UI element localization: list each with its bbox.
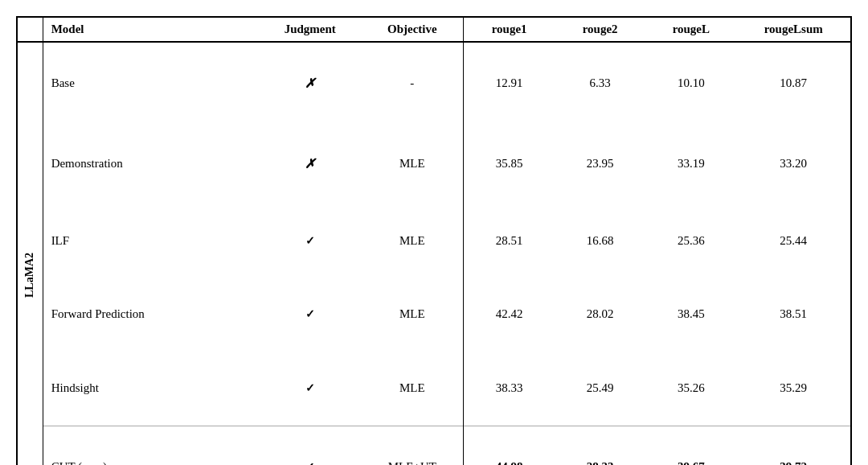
objective-cell: - xyxy=(361,42,463,125)
rouge2-cell: 23.95 xyxy=(555,125,645,204)
col-header-rouge1: rouge1 xyxy=(464,18,555,42)
col-header-objective: Objective xyxy=(361,18,463,42)
rougeL-cell: 25.36 xyxy=(645,204,736,278)
col-header-model: Model xyxy=(43,18,259,42)
rougeLsum-cell: 10.87 xyxy=(736,42,850,125)
main-table-container: Model Judgment Objective rouge1 rouge2 r… xyxy=(16,16,852,465)
judgment-cell: ✓ xyxy=(259,278,361,352)
rougeLsum-cell: 25.44 xyxy=(736,204,850,278)
rouge1-cell: 38.33 xyxy=(464,352,555,426)
rouge2-cell: 28.02 xyxy=(555,278,645,352)
cut-rouge2-cell: 28.33 xyxy=(555,426,645,465)
table-row: Hindsight✓MLE38.3325.4935.2635.29 xyxy=(18,352,850,426)
table-row: Forward Prediction✓MLE42.4228.0238.4538.… xyxy=(18,278,850,352)
section-label-cell: LLaMA2 xyxy=(18,42,43,465)
rougeL-cell: 35.26 xyxy=(645,352,736,426)
header-row: Model Judgment Objective rouge1 rouge2 r… xyxy=(18,18,850,42)
rougeL-cell: 38.45 xyxy=(645,278,736,352)
rouge2-cell: 6.33 xyxy=(555,42,645,125)
objective-cell: MLE xyxy=(361,352,463,426)
cut-rouge1-cell: 44.98 xyxy=(464,426,555,465)
model-name-cell: Base xyxy=(43,42,259,125)
judgment-cell: ✗ xyxy=(259,125,361,204)
rouge2-cell: 25.49 xyxy=(555,352,645,426)
cut-objective-cell: MLE+UT xyxy=(361,426,463,465)
model-name-cell: Demonstration xyxy=(43,125,259,204)
cut-rougeLsum-cell: 39.72 xyxy=(736,426,850,465)
objective-cell: MLE xyxy=(361,125,463,204)
rougeL-cell: 33.19 xyxy=(645,125,736,204)
col-header-vertical xyxy=(18,18,43,42)
cut-model-cell: CUT (ours) xyxy=(43,426,259,465)
table-row: Demonstration✗MLE35.8523.9533.1933.20 xyxy=(18,125,850,204)
section-vertical-label: LLaMA2 xyxy=(18,43,43,465)
cut-judgment-cell: ✓ xyxy=(259,426,361,465)
objective-cell: MLE xyxy=(361,204,463,278)
cut-row: CUT (ours)✓MLE+UT44.9828.3339.6739.72 xyxy=(18,426,850,465)
judgment-cell: ✓ xyxy=(259,352,361,426)
rouge1-cell: 12.91 xyxy=(464,42,555,125)
rouge1-cell: 42.42 xyxy=(464,278,555,352)
model-name-cell: Hindsight xyxy=(43,352,259,426)
table-row: LLaMA2Base✗-12.916.3310.1010.87 xyxy=(18,42,850,125)
cut-rougeL-cell: 39.67 xyxy=(645,426,736,465)
objective-cell: MLE xyxy=(361,278,463,352)
judgment-cell: ✗ xyxy=(259,42,361,125)
col-header-rouge2: rouge2 xyxy=(555,18,645,42)
judgment-cell: ✓ xyxy=(259,204,361,278)
results-table: Model Judgment Objective rouge1 rouge2 r… xyxy=(18,18,850,465)
rougeLsum-cell: 33.20 xyxy=(736,125,850,204)
col-header-rougeL: rougeL xyxy=(645,18,736,42)
model-name-cell: Forward Prediction xyxy=(43,278,259,352)
model-name-cell: ILF xyxy=(43,204,259,278)
rouge1-cell: 35.85 xyxy=(464,125,555,204)
rougeLsum-cell: 38.51 xyxy=(736,278,850,352)
table-row: ILF✓MLE28.5116.6825.3625.44 xyxy=(18,204,850,278)
rouge1-cell: 28.51 xyxy=(464,204,555,278)
rouge2-cell: 16.68 xyxy=(555,204,645,278)
col-header-judgment: Judgment xyxy=(259,18,361,42)
rougeL-cell: 10.10 xyxy=(645,42,736,125)
rougeLsum-cell: 35.29 xyxy=(736,352,850,426)
col-header-rougeLsum: rougeLsum xyxy=(736,18,850,42)
